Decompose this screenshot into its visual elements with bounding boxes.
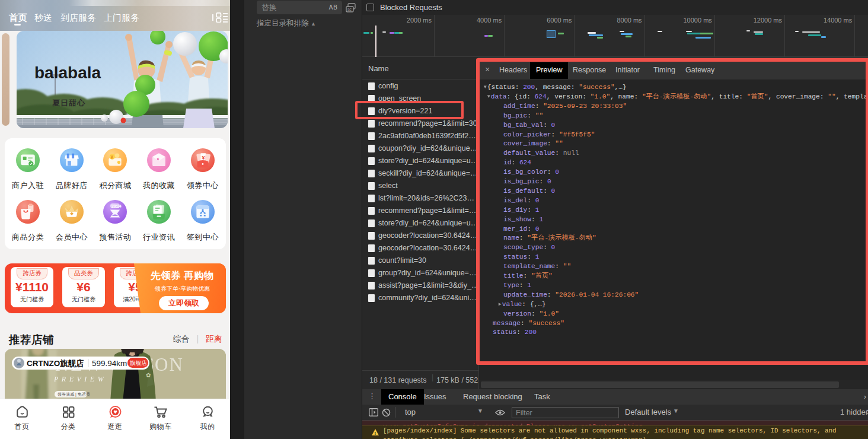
svg-text:balabala: balabala [34, 63, 101, 82]
svg-text:599.94km: 599.94km [92, 359, 127, 368]
svg-text:PREVIEW: PREVIEW [53, 375, 107, 383]
svg-text:✿: ✿ [146, 372, 151, 378]
svg-text:夏日甜心: 夏日甜心 [52, 98, 85, 107]
svg-text:领券满减 | 免运费: 领券满减 | 免运费 [57, 392, 90, 397]
svg-text:旗舰店: 旗舰店 [130, 360, 147, 366]
svg-text:20:24: 20:24 [111, 204, 122, 208]
svg-text:ON: ON [155, 354, 184, 375]
svg-text:CRTNZO旗舰店: CRTNZO旗舰店 [27, 359, 84, 368]
svg-text:¥: ¥ [202, 155, 205, 161]
svg-text:ac: ac [347, 7, 352, 11]
